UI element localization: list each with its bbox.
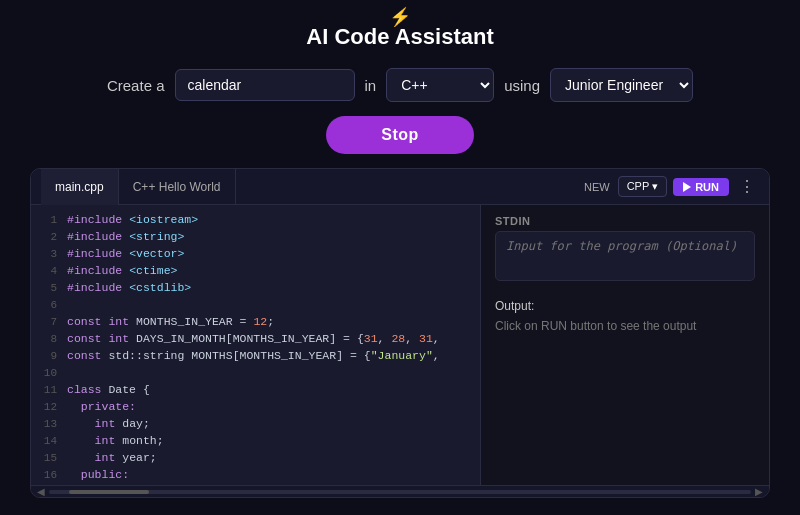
code-line-14: 14 int month;: [31, 434, 480, 451]
code-line-9: 9 const std::string MONTHS[MONTHS_IN_YEA…: [31, 349, 480, 366]
output-label: Output:: [495, 299, 755, 313]
more-menu-icon[interactable]: ⋮: [735, 177, 759, 196]
code-area[interactable]: 1 #include <iostream> 2 #include <string…: [31, 205, 481, 485]
tab-bar: main.cpp C++ Hello World NEW CPP ▾ RUN ⋮: [31, 169, 769, 205]
code-line-6: 6: [31, 298, 480, 315]
code-line-11: 11 class Date {: [31, 383, 480, 400]
stop-btn-row: Stop: [0, 116, 800, 154]
in-label: in: [365, 77, 377, 94]
stdin-input[interactable]: [495, 231, 755, 281]
run-triangle-icon: [683, 182, 691, 192]
code-line-8: 8 const int DAYS_IN_MONTH[MONTHS_IN_YEAR…: [31, 332, 480, 349]
create-label: Create a: [107, 77, 165, 94]
tab-hello-world[interactable]: C++ Hello World: [119, 169, 236, 205]
stop-button[interactable]: Stop: [326, 116, 474, 154]
run-label: RUN: [695, 181, 719, 193]
code-line-7: 7 const int MONTHS_IN_YEAR = 12;: [31, 315, 480, 332]
run-button[interactable]: RUN: [673, 178, 729, 196]
code-line-3: 3 #include <vector>: [31, 247, 480, 264]
controls-row: Create a in C++ Python Java JavaScript u…: [0, 68, 800, 102]
using-label: using: [504, 77, 540, 94]
code-line-2: 2 #include <string>: [31, 230, 480, 247]
code-line-1: 1 #include <iostream>: [31, 213, 480, 230]
editor-panel: main.cpp C++ Hello World NEW CPP ▾ RUN ⋮…: [30, 168, 770, 498]
editor-body: 1 #include <iostream> 2 #include <string…: [31, 205, 769, 485]
code-line-13: 13 int day;: [31, 417, 480, 434]
output-text: Click on RUN button to see the output: [495, 319, 755, 333]
code-line-5: 5 #include <cstdlib>: [31, 281, 480, 298]
code-line-12: 12 private:: [31, 400, 480, 417]
create-input[interactable]: [175, 69, 355, 101]
stdin-label: STDIN: [495, 215, 755, 227]
tab-main-cpp[interactable]: main.cpp: [41, 169, 119, 205]
bottom-scrollbar: ◀ ▶: [31, 485, 769, 497]
top-icon: ⚡: [389, 6, 411, 28]
code-line-4: 4 #include <ctime>: [31, 264, 480, 281]
cpp-dropdown-button[interactable]: CPP ▾: [618, 176, 667, 197]
scroll-left-icon[interactable]: ◀: [37, 486, 45, 497]
right-panel: STDIN Output: Click on RUN button to see…: [481, 205, 769, 485]
code-line-10: 10: [31, 366, 480, 383]
scroll-thumb[interactable]: [69, 490, 149, 494]
level-select[interactable]: Junior Engineer Mid Engineer Senior Engi…: [550, 68, 693, 102]
code-line-15: 15 int year;: [31, 451, 480, 468]
language-select[interactable]: C++ Python Java JavaScript: [386, 68, 494, 102]
tab-new[interactable]: NEW: [576, 181, 618, 193]
output-section: Output: Click on RUN button to see the o…: [495, 295, 755, 333]
scroll-track: [49, 490, 751, 494]
stdin-section: STDIN: [495, 215, 755, 285]
scroll-right-icon[interactable]: ▶: [755, 486, 763, 497]
code-line-16: 16 public:: [31, 468, 480, 485]
